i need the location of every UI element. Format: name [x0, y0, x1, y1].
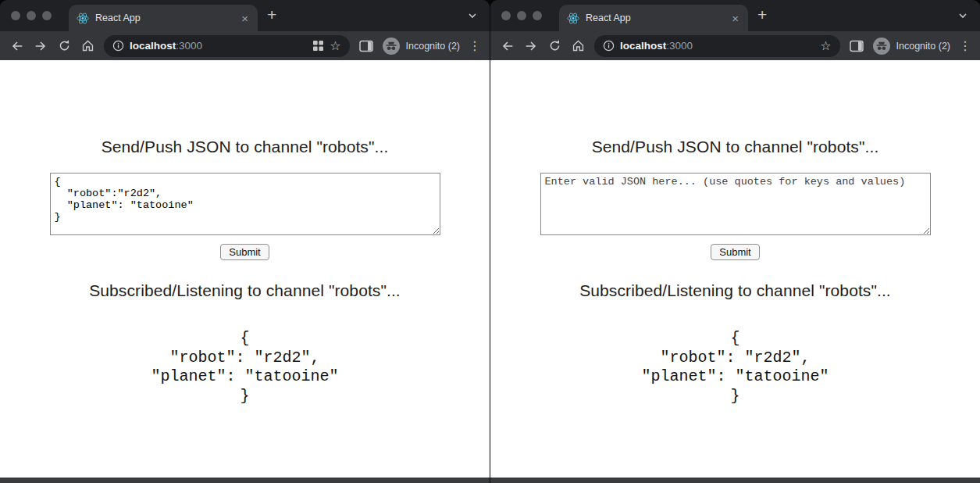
reload-icon[interactable] — [53, 35, 75, 57]
tab-strip: React App × + — [0, 0, 490, 31]
json-output-line: { — [0, 329, 490, 349]
reload-icon[interactable] — [543, 35, 565, 57]
menu-kebab-icon[interactable]: ⋮ — [466, 38, 483, 53]
incognito-avatar-icon — [872, 37, 891, 55]
menu-kebab-icon[interactable]: ⋮ — [957, 38, 974, 53]
json-output-line: } — [0, 387, 490, 406]
react-favicon-icon — [567, 13, 579, 24]
tab-title: React App — [95, 13, 233, 23]
home-icon[interactable] — [567, 35, 589, 57]
bookmark-star-icon[interactable]: ☆ — [330, 40, 340, 52]
submit-button[interactable]: Submit — [711, 244, 759, 260]
json-output-line: } — [490, 387, 980, 406]
send-heading: Send/Push JSON to channel "robots"... — [490, 60, 980, 156]
side-panel-icon[interactable] — [355, 35, 377, 57]
url-text: localhost:3000 — [130, 40, 202, 52]
back-icon[interactable] — [497, 35, 519, 57]
json-input-textarea[interactable]: { "robot":"r2d2", "planet": "tatooine" } — [50, 173, 440, 235]
react-favicon-icon — [77, 13, 89, 24]
json-input-textarea[interactable] — [540, 173, 931, 235]
minimize-window-button[interactable] — [517, 11, 526, 20]
browser-window-left: React App × + localhost:3000 — [0, 0, 490, 483]
extensions-grid-icon[interactable] — [312, 40, 324, 52]
submit-button[interactable]: Submit — [220, 244, 269, 260]
tab-close-icon[interactable]: × — [730, 13, 740, 24]
forward-icon[interactable] — [30, 35, 52, 57]
json-output-line: "planet": "tatooine" — [0, 367, 490, 387]
tab-search-chevron-icon[interactable] — [468, 13, 477, 19]
url-port: :3000 — [666, 40, 693, 52]
close-window-button[interactable] — [11, 11, 20, 20]
site-info-icon[interactable] — [603, 40, 615, 52]
new-tab-button[interactable]: + — [267, 6, 276, 23]
page-content: Send/Push JSON to channel "robots"... Su… — [490, 60, 980, 478]
home-icon[interactable] — [77, 35, 98, 57]
close-window-button[interactable] — [501, 11, 511, 20]
bookmark-star-icon[interactable]: ☆ — [820, 40, 831, 52]
tab-close-icon[interactable]: × — [240, 13, 250, 24]
json-output-line: { — [490, 329, 980, 349]
forward-icon[interactable] — [520, 35, 542, 57]
incognito-avatar-icon — [382, 37, 401, 55]
browser-toolbar: localhost:3000 ☆ Incognito (2) ⋮ — [490, 31, 980, 60]
json-output: { "robot": "r2d2", "planet": "tatooine" … — [0, 329, 490, 406]
json-output: { "robot": "r2d2", "planet": "tatooine" … — [490, 329, 980, 406]
incognito-label: Incognito (2) — [896, 41, 950, 52]
url-host: localhost — [620, 40, 666, 52]
traffic-lights — [11, 11, 52, 20]
browser-window-right: React App × + localhost:3000 ☆ — [490, 0, 980, 483]
tab-title: React App — [586, 13, 724, 23]
address-bar[interactable]: localhost:3000 ☆ — [104, 35, 350, 57]
traffic-lights — [501, 11, 542, 20]
tab-search-chevron-icon[interactable] — [958, 13, 968, 19]
url-text: localhost:3000 — [620, 40, 693, 52]
url-host: localhost — [130, 40, 176, 52]
json-output-line: "planet": "tatooine" — [490, 367, 980, 387]
site-info-icon[interactable] — [112, 40, 124, 52]
browser-toolbar: localhost:3000 ☆ Incognito (2) ⋮ — [0, 31, 490, 60]
tab-strip: React App × + — [490, 0, 980, 31]
json-output-line: "robot": "r2d2", — [0, 349, 490, 368]
browser-tab[interactable]: React App × — [69, 5, 258, 31]
side-panel-icon[interactable] — [846, 35, 868, 57]
zoom-window-button[interactable] — [42, 11, 52, 20]
window-bottom-edge — [0, 478, 490, 483]
send-heading: Send/Push JSON to channel "robots"... — [0, 60, 490, 156]
zoom-window-button[interactable] — [533, 11, 542, 20]
page-content: Send/Push JSON to channel "robots"... { … — [0, 60, 490, 478]
incognito-badge[interactable]: Incognito (2) — [872, 37, 950, 55]
json-output-line: "robot": "r2d2", — [490, 349, 980, 368]
listen-heading: Subscribed/Listening to channel "robots"… — [0, 281, 490, 300]
address-bar[interactable]: localhost:3000 ☆ — [594, 35, 840, 57]
url-port: :3000 — [176, 40, 202, 52]
browser-tab[interactable]: React App × — [559, 5, 748, 31]
new-tab-button[interactable]: + — [757, 6, 767, 23]
listen-heading: Subscribed/Listening to channel "robots"… — [490, 281, 980, 300]
incognito-badge[interactable]: Incognito (2) — [382, 37, 460, 55]
incognito-label: Incognito (2) — [406, 41, 460, 52]
window-bottom-edge — [490, 478, 980, 483]
back-icon[interactable] — [6, 35, 28, 57]
minimize-window-button[interactable] — [27, 11, 36, 20]
